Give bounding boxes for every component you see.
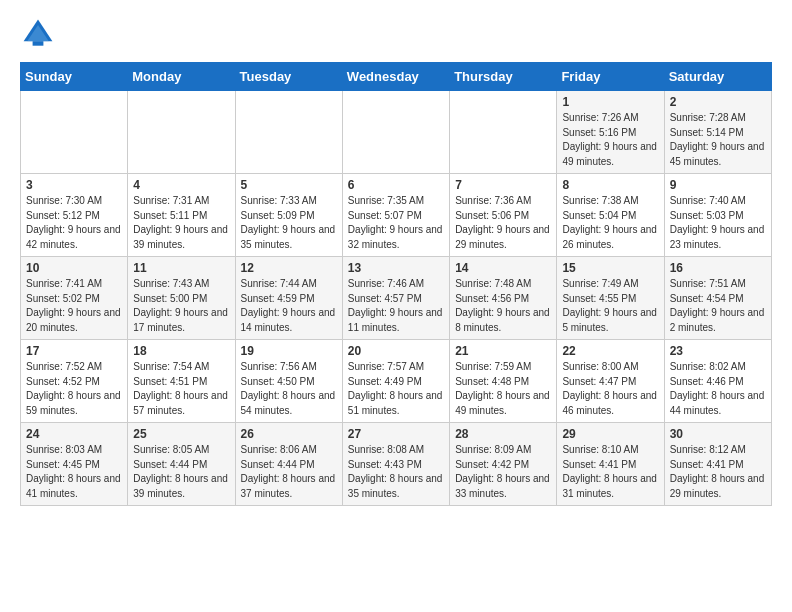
day-cell: 27Sunrise: 8:08 AM Sunset: 4:43 PM Dayli…: [342, 423, 449, 506]
day-info: Sunrise: 7:48 AM Sunset: 4:56 PM Dayligh…: [455, 277, 551, 335]
day-cell: [235, 91, 342, 174]
day-cell: 13Sunrise: 7:46 AM Sunset: 4:57 PM Dayli…: [342, 257, 449, 340]
day-info: Sunrise: 7:56 AM Sunset: 4:50 PM Dayligh…: [241, 360, 337, 418]
day-number: 9: [670, 178, 766, 192]
day-info: Sunrise: 7:31 AM Sunset: 5:11 PM Dayligh…: [133, 194, 229, 252]
week-row-3: 10Sunrise: 7:41 AM Sunset: 5:02 PM Dayli…: [21, 257, 772, 340]
header-tuesday: Tuesday: [235, 63, 342, 91]
week-row-5: 24Sunrise: 8:03 AM Sunset: 4:45 PM Dayli…: [21, 423, 772, 506]
day-cell: 30Sunrise: 8:12 AM Sunset: 4:41 PM Dayli…: [664, 423, 771, 506]
day-number: 30: [670, 427, 766, 441]
header-wednesday: Wednesday: [342, 63, 449, 91]
day-cell: 10Sunrise: 7:41 AM Sunset: 5:02 PM Dayli…: [21, 257, 128, 340]
day-cell: 14Sunrise: 7:48 AM Sunset: 4:56 PM Dayli…: [450, 257, 557, 340]
week-row-2: 3Sunrise: 7:30 AM Sunset: 5:12 PM Daylig…: [21, 174, 772, 257]
day-info: Sunrise: 8:00 AM Sunset: 4:47 PM Dayligh…: [562, 360, 658, 418]
day-info: Sunrise: 7:40 AM Sunset: 5:03 PM Dayligh…: [670, 194, 766, 252]
day-cell: 25Sunrise: 8:05 AM Sunset: 4:44 PM Dayli…: [128, 423, 235, 506]
day-cell: 11Sunrise: 7:43 AM Sunset: 5:00 PM Dayli…: [128, 257, 235, 340]
day-number: 6: [348, 178, 444, 192]
day-number: 28: [455, 427, 551, 441]
day-cell: 29Sunrise: 8:10 AM Sunset: 4:41 PM Dayli…: [557, 423, 664, 506]
calendar-table: Sunday Monday Tuesday Wednesday Thursday…: [20, 62, 772, 506]
day-cell: 2Sunrise: 7:28 AM Sunset: 5:14 PM Daylig…: [664, 91, 771, 174]
day-number: 21: [455, 344, 551, 358]
day-number: 13: [348, 261, 444, 275]
day-info: Sunrise: 7:46 AM Sunset: 4:57 PM Dayligh…: [348, 277, 444, 335]
header-monday: Monday: [128, 63, 235, 91]
day-number: 5: [241, 178, 337, 192]
day-info: Sunrise: 8:10 AM Sunset: 4:41 PM Dayligh…: [562, 443, 658, 501]
day-info: Sunrise: 8:03 AM Sunset: 4:45 PM Dayligh…: [26, 443, 122, 501]
day-info: Sunrise: 7:35 AM Sunset: 5:07 PM Dayligh…: [348, 194, 444, 252]
day-cell: 22Sunrise: 8:00 AM Sunset: 4:47 PM Dayli…: [557, 340, 664, 423]
day-cell: 21Sunrise: 7:59 AM Sunset: 4:48 PM Dayli…: [450, 340, 557, 423]
day-number: 2: [670, 95, 766, 109]
day-info: Sunrise: 7:36 AM Sunset: 5:06 PM Dayligh…: [455, 194, 551, 252]
day-info: Sunrise: 7:30 AM Sunset: 5:12 PM Dayligh…: [26, 194, 122, 252]
day-info: Sunrise: 7:54 AM Sunset: 4:51 PM Dayligh…: [133, 360, 229, 418]
day-cell: 15Sunrise: 7:49 AM Sunset: 4:55 PM Dayli…: [557, 257, 664, 340]
day-cell: 3Sunrise: 7:30 AM Sunset: 5:12 PM Daylig…: [21, 174, 128, 257]
day-info: Sunrise: 7:49 AM Sunset: 4:55 PM Dayligh…: [562, 277, 658, 335]
day-number: 18: [133, 344, 229, 358]
day-info: Sunrise: 7:26 AM Sunset: 5:16 PM Dayligh…: [562, 111, 658, 169]
header-thursday: Thursday: [450, 63, 557, 91]
day-info: Sunrise: 7:41 AM Sunset: 5:02 PM Dayligh…: [26, 277, 122, 335]
day-number: 25: [133, 427, 229, 441]
day-number: 4: [133, 178, 229, 192]
day-cell: 17Sunrise: 7:52 AM Sunset: 4:52 PM Dayli…: [21, 340, 128, 423]
day-cell: 6Sunrise: 7:35 AM Sunset: 5:07 PM Daylig…: [342, 174, 449, 257]
day-cell: [450, 91, 557, 174]
svg-rect-2: [33, 41, 44, 46]
day-cell: 5Sunrise: 7:33 AM Sunset: 5:09 PM Daylig…: [235, 174, 342, 257]
day-info: Sunrise: 7:28 AM Sunset: 5:14 PM Dayligh…: [670, 111, 766, 169]
day-cell: [342, 91, 449, 174]
day-number: 26: [241, 427, 337, 441]
day-number: 17: [26, 344, 122, 358]
header: [20, 16, 772, 52]
day-number: 10: [26, 261, 122, 275]
day-info: Sunrise: 7:51 AM Sunset: 4:54 PM Dayligh…: [670, 277, 766, 335]
day-info: Sunrise: 8:08 AM Sunset: 4:43 PM Dayligh…: [348, 443, 444, 501]
day-number: 16: [670, 261, 766, 275]
day-cell: 1Sunrise: 7:26 AM Sunset: 5:16 PM Daylig…: [557, 91, 664, 174]
day-info: Sunrise: 7:52 AM Sunset: 4:52 PM Dayligh…: [26, 360, 122, 418]
day-number: 29: [562, 427, 658, 441]
day-cell: 19Sunrise: 7:56 AM Sunset: 4:50 PM Dayli…: [235, 340, 342, 423]
day-number: 14: [455, 261, 551, 275]
day-cell: 9Sunrise: 7:40 AM Sunset: 5:03 PM Daylig…: [664, 174, 771, 257]
calendar-body: 1Sunrise: 7:26 AM Sunset: 5:16 PM Daylig…: [21, 91, 772, 506]
week-row-1: 1Sunrise: 7:26 AM Sunset: 5:16 PM Daylig…: [21, 91, 772, 174]
day-cell: 26Sunrise: 8:06 AM Sunset: 4:44 PM Dayli…: [235, 423, 342, 506]
day-cell: 24Sunrise: 8:03 AM Sunset: 4:45 PM Dayli…: [21, 423, 128, 506]
day-cell: 16Sunrise: 7:51 AM Sunset: 4:54 PM Dayli…: [664, 257, 771, 340]
day-cell: 8Sunrise: 7:38 AM Sunset: 5:04 PM Daylig…: [557, 174, 664, 257]
day-number: 11: [133, 261, 229, 275]
day-number: 23: [670, 344, 766, 358]
day-cell: 28Sunrise: 8:09 AM Sunset: 4:42 PM Dayli…: [450, 423, 557, 506]
day-info: Sunrise: 7:38 AM Sunset: 5:04 PM Dayligh…: [562, 194, 658, 252]
day-number: 7: [455, 178, 551, 192]
day-cell: [21, 91, 128, 174]
day-number: 8: [562, 178, 658, 192]
day-cell: 23Sunrise: 8:02 AM Sunset: 4:46 PM Dayli…: [664, 340, 771, 423]
day-number: 3: [26, 178, 122, 192]
day-number: 1: [562, 95, 658, 109]
header-friday: Friday: [557, 63, 664, 91]
logo: [20, 16, 60, 52]
day-info: Sunrise: 8:06 AM Sunset: 4:44 PM Dayligh…: [241, 443, 337, 501]
day-number: 20: [348, 344, 444, 358]
week-row-4: 17Sunrise: 7:52 AM Sunset: 4:52 PM Dayli…: [21, 340, 772, 423]
day-number: 27: [348, 427, 444, 441]
day-info: Sunrise: 7:44 AM Sunset: 4:59 PM Dayligh…: [241, 277, 337, 335]
day-number: 24: [26, 427, 122, 441]
day-info: Sunrise: 7:33 AM Sunset: 5:09 PM Dayligh…: [241, 194, 337, 252]
day-cell: 12Sunrise: 7:44 AM Sunset: 4:59 PM Dayli…: [235, 257, 342, 340]
header-saturday: Saturday: [664, 63, 771, 91]
day-info: Sunrise: 7:43 AM Sunset: 5:00 PM Dayligh…: [133, 277, 229, 335]
day-number: 19: [241, 344, 337, 358]
day-info: Sunrise: 8:02 AM Sunset: 4:46 PM Dayligh…: [670, 360, 766, 418]
page: Sunday Monday Tuesday Wednesday Thursday…: [0, 0, 792, 516]
day-cell: 4Sunrise: 7:31 AM Sunset: 5:11 PM Daylig…: [128, 174, 235, 257]
